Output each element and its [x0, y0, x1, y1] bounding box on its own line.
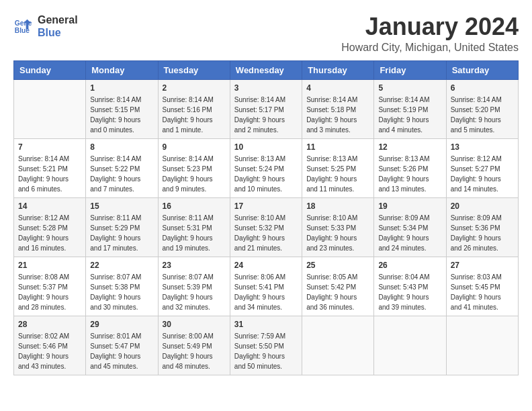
calendar-cell: 31Sunrise: 7:59 AMSunset: 5:50 PMDayligh… [230, 316, 302, 375]
logo-general: General [38, 13, 78, 26]
day-number: 14 [18, 201, 81, 211]
calendar-cell: 29Sunrise: 8:01 AMSunset: 5:47 PMDayligh… [86, 316, 158, 375]
logo: General Blue General Blue [13, 13, 78, 39]
day-number: 31 [234, 320, 298, 329]
calendar-cell: 15Sunrise: 8:11 AMSunset: 5:29 PMDayligh… [86, 197, 158, 257]
day-number: 19 [378, 201, 441, 211]
calendar-cell: 5Sunrise: 8:14 AMSunset: 5:19 PMDaylight… [374, 79, 446, 138]
day-number: 1 [90, 83, 153, 93]
calendar-cell: 6Sunrise: 8:14 AMSunset: 5:20 PMDaylight… [446, 79, 518, 138]
cell-content: Sunrise: 8:11 AMSunset: 5:29 PMDaylight:… [90, 213, 153, 253]
day-number: 17 [234, 201, 298, 211]
cell-content: Sunrise: 8:14 AMSunset: 5:15 PMDaylight:… [90, 95, 153, 135]
cell-content: Sunrise: 8:12 AMSunset: 5:27 PMDaylight:… [451, 154, 514, 194]
weekday-header: Wednesday [230, 60, 302, 79]
calendar-cell [446, 316, 518, 375]
weekday-header: Friday [374, 60, 446, 79]
day-number: 25 [306, 261, 369, 270]
calendar-cell: 28Sunrise: 8:02 AMSunset: 5:46 PMDayligh… [14, 316, 86, 375]
calendar-cell: 26Sunrise: 8:04 AMSunset: 5:43 PMDayligh… [374, 257, 446, 316]
calendar-cell: 10Sunrise: 8:13 AMSunset: 5:24 PMDayligh… [230, 138, 302, 197]
day-number: 7 [18, 142, 81, 152]
calendar-cell: 18Sunrise: 8:10 AMSunset: 5:33 PMDayligh… [302, 197, 374, 257]
day-number: 3 [234, 83, 298, 93]
calendar-cell: 2Sunrise: 8:14 AMSunset: 5:16 PMDaylight… [158, 79, 230, 138]
calendar-cell: 21Sunrise: 8:08 AMSunset: 5:37 PMDayligh… [14, 257, 86, 316]
calendar-cell: 12Sunrise: 8:13 AMSunset: 5:26 PMDayligh… [374, 138, 446, 197]
cell-content: Sunrise: 8:04 AMSunset: 5:43 PMDaylight:… [378, 272, 441, 312]
month-title: January 2024 [341, 13, 519, 40]
cell-content: Sunrise: 8:02 AMSunset: 5:46 PMDaylight:… [18, 331, 81, 371]
cell-content: Sunrise: 8:01 AMSunset: 5:47 PMDaylight:… [90, 331, 153, 371]
cell-content: Sunrise: 8:14 AMSunset: 5:18 PMDaylight:… [306, 95, 369, 135]
day-number: 26 [378, 261, 441, 270]
weekday-header: Tuesday [158, 60, 230, 79]
day-number: 20 [451, 201, 514, 211]
cell-content: Sunrise: 8:13 AMSunset: 5:24 PMDaylight:… [234, 154, 298, 194]
calendar-cell: 20Sunrise: 8:09 AMSunset: 5:36 PMDayligh… [446, 197, 518, 257]
cell-content: Sunrise: 8:10 AMSunset: 5:33 PMDaylight:… [306, 213, 369, 253]
cell-content: Sunrise: 8:09 AMSunset: 5:36 PMDaylight:… [451, 213, 514, 253]
cell-content: Sunrise: 8:14 AMSunset: 5:19 PMDaylight:… [378, 95, 441, 135]
cell-content: Sunrise: 8:14 AMSunset: 5:20 PMDaylight:… [451, 95, 514, 135]
location-title: Howard City, Michigan, United States [341, 42, 519, 54]
cell-content: Sunrise: 8:06 AMSunset: 5:41 PMDaylight:… [234, 272, 298, 312]
cell-content: Sunrise: 8:07 AMSunset: 5:39 PMDaylight:… [163, 272, 226, 312]
day-number: 22 [90, 261, 153, 270]
cell-content: Sunrise: 8:13 AMSunset: 5:25 PMDaylight:… [306, 154, 369, 194]
cell-content: Sunrise: 8:05 AMSunset: 5:42 PMDaylight:… [306, 272, 369, 312]
cell-content: Sunrise: 8:09 AMSunset: 5:34 PMDaylight:… [378, 213, 441, 253]
cell-content: Sunrise: 8:14 AMSunset: 5:22 PMDaylight:… [90, 154, 153, 194]
day-number: 11 [306, 142, 369, 152]
cell-content: Sunrise: 8:11 AMSunset: 5:31 PMDaylight:… [163, 213, 226, 253]
calendar-cell: 8Sunrise: 8:14 AMSunset: 5:22 PMDaylight… [86, 138, 158, 197]
calendar-cell: 30Sunrise: 8:00 AMSunset: 5:49 PMDayligh… [158, 316, 230, 375]
day-number: 9 [163, 142, 226, 152]
day-number: 12 [378, 142, 441, 152]
day-number: 21 [18, 261, 81, 270]
calendar-cell: 27Sunrise: 8:03 AMSunset: 5:45 PMDayligh… [446, 257, 518, 316]
cell-content: Sunrise: 8:00 AMSunset: 5:49 PMDaylight:… [163, 331, 226, 371]
day-number: 30 [163, 320, 226, 329]
calendar-cell [14, 79, 86, 138]
calendar-cell: 19Sunrise: 8:09 AMSunset: 5:34 PMDayligh… [374, 197, 446, 257]
calendar-cell: 24Sunrise: 8:06 AMSunset: 5:41 PMDayligh… [230, 257, 302, 316]
day-number: 5 [378, 83, 441, 93]
calendar-cell: 11Sunrise: 8:13 AMSunset: 5:25 PMDayligh… [302, 138, 374, 197]
cell-content: Sunrise: 8:14 AMSunset: 5:17 PMDaylight:… [234, 95, 298, 135]
calendar-cell: 14Sunrise: 8:12 AMSunset: 5:28 PMDayligh… [14, 197, 86, 257]
day-number: 18 [306, 201, 369, 211]
weekday-header: Thursday [302, 60, 374, 79]
day-number: 15 [90, 201, 153, 211]
day-number: 23 [163, 261, 226, 270]
day-number: 10 [234, 142, 298, 152]
calendar-cell: 17Sunrise: 8:10 AMSunset: 5:32 PMDayligh… [230, 197, 302, 257]
day-number: 29 [90, 320, 153, 329]
calendar-cell: 25Sunrise: 8:05 AMSunset: 5:42 PMDayligh… [302, 257, 374, 316]
cell-content: Sunrise: 8:14 AMSunset: 5:21 PMDaylight:… [18, 154, 81, 194]
cell-content: Sunrise: 8:14 AMSunset: 5:16 PMDaylight:… [163, 95, 226, 135]
calendar-cell: 3Sunrise: 8:14 AMSunset: 5:17 PMDaylight… [230, 79, 302, 138]
day-number: 24 [234, 261, 298, 270]
page-header: General Blue General Blue January 2024 H… [13, 13, 519, 54]
cell-content: Sunrise: 8:08 AMSunset: 5:37 PMDaylight:… [18, 272, 81, 312]
calendar-cell: 13Sunrise: 8:12 AMSunset: 5:27 PMDayligh… [446, 138, 518, 197]
weekday-header: Sunday [14, 60, 86, 79]
calendar-table: SundayMondayTuesdayWednesdayThursdayFrid… [13, 60, 519, 375]
day-number: 4 [306, 83, 369, 93]
calendar-cell: 23Sunrise: 8:07 AMSunset: 5:39 PMDayligh… [158, 257, 230, 316]
cell-content: Sunrise: 8:03 AMSunset: 5:45 PMDaylight:… [451, 272, 514, 312]
title-block: January 2024 Howard City, Michigan, Unit… [341, 13, 519, 54]
calendar-cell: 7Sunrise: 8:14 AMSunset: 5:21 PMDaylight… [14, 138, 86, 197]
day-number: 6 [451, 83, 514, 93]
calendar-cell: 9Sunrise: 8:14 AMSunset: 5:23 PMDaylight… [158, 138, 230, 197]
day-number: 2 [163, 83, 226, 93]
logo-icon: General Blue [13, 17, 32, 36]
cell-content: Sunrise: 8:14 AMSunset: 5:23 PMDaylight:… [163, 154, 226, 194]
day-number: 27 [451, 261, 514, 270]
calendar-cell: 22Sunrise: 8:07 AMSunset: 5:38 PMDayligh… [86, 257, 158, 316]
cell-content: Sunrise: 8:10 AMSunset: 5:32 PMDaylight:… [234, 213, 298, 253]
day-number: 8 [90, 142, 153, 152]
weekday-header: Monday [86, 60, 158, 79]
svg-text:General: General [15, 19, 32, 27]
